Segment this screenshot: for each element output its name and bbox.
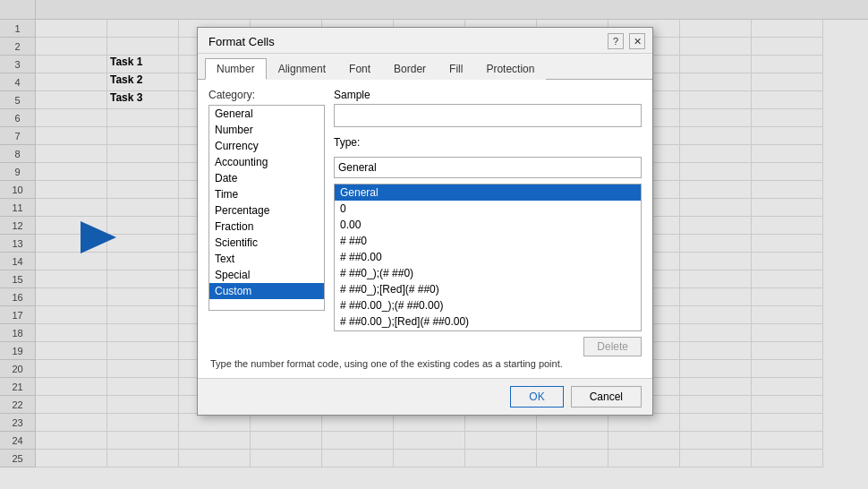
tab-fill[interactable]: Fill [438,58,474,80]
category-label: Category: [208,89,325,101]
category-item-scientific[interactable]: Scientific [209,235,324,251]
category-item-currency[interactable]: Currency [209,138,324,154]
format-cells-dialog: Format Cells ? ✕ NumberAlignmentFontBord… [197,27,653,416]
category-item-time[interactable]: Time [209,186,324,202]
type-item[interactable]: # ##0.00_);[Red](# ##0.00) [335,313,641,330]
type-item[interactable]: 0.00 [335,217,641,233]
type-label: Type: [334,136,642,149]
dialog-title: Format Cells [208,35,275,48]
ok-button[interactable]: OK [510,386,563,408]
sample-section: Sample [334,89,642,127]
right-panel: Sample Type: General00.00# ##0# ##0.00# … [334,89,642,356]
type-list[interactable]: General00.00# ##0# ##0.00# ##0_);(# ##0)… [334,184,642,331]
category-item-special[interactable]: Special [209,267,324,283]
type-item[interactable]: General [335,184,641,201]
category-item-number[interactable]: Number [209,122,324,138]
type-item[interactable]: # ##0_);[Red](# ##0) [335,281,641,297]
type-item[interactable]: # ##0.00_);(# ##0.00) [335,297,641,313]
dialog-footer: OK Cancel [198,378,652,415]
tab-font[interactable]: Font [337,58,382,80]
category-item-custom[interactable]: Custom [209,283,324,299]
hint-text: Type the number format code, using one o… [208,358,642,369]
help-button[interactable]: ? [608,33,624,49]
dialog-overlay: Format Cells ? ✕ NumberAlignmentFontBord… [0,0,868,489]
cancel-button[interactable]: Cancel [571,386,642,408]
dialog-title-bar: Format Cells ? ✕ [198,28,652,54]
type-item[interactable]: # ##0 [335,233,641,249]
category-list[interactable]: GeneralNumberCurrencyAccountingDateTimeP… [208,105,325,311]
delete-button[interactable]: Delete [583,337,642,356]
type-item[interactable]: # ##0_);(# ##0) [335,265,641,281]
category-item-date[interactable]: Date [209,170,324,186]
tab-alignment[interactable]: Alignment [267,58,337,80]
tab-border[interactable]: Border [382,58,438,80]
category-item-text[interactable]: Text [209,251,324,267]
tab-protection[interactable]: Protection [474,58,546,80]
sample-box [334,104,642,127]
category-item-percentage[interactable]: Percentage [209,202,324,219]
category-item-fraction[interactable]: Fraction [209,219,324,235]
category-container: Category: GeneralNumberCurrencyAccountin… [208,89,325,356]
type-input[interactable] [334,157,642,178]
type-item[interactable]: 0 [335,201,641,217]
dialog-content: Category: GeneralNumberCurrencyAccountin… [198,80,652,378]
type-item[interactable]: # ##0.00 [335,249,641,265]
category-item-general[interactable]: General [209,106,324,122]
sample-label: Sample [334,89,642,101]
tab-number[interactable]: Number [205,58,267,80]
tab-bar: NumberAlignmentFontBorderFillProtection [198,54,652,80]
type-item[interactable]: $#,##0_);($#,##0) [335,330,641,331]
category-item-accounting[interactable]: Accounting [209,154,324,170]
two-column-layout: Category: GeneralNumberCurrencyAccountin… [208,89,642,356]
dialog-title-controls: ? ✕ [608,33,645,49]
close-button[interactable]: ✕ [629,33,645,49]
